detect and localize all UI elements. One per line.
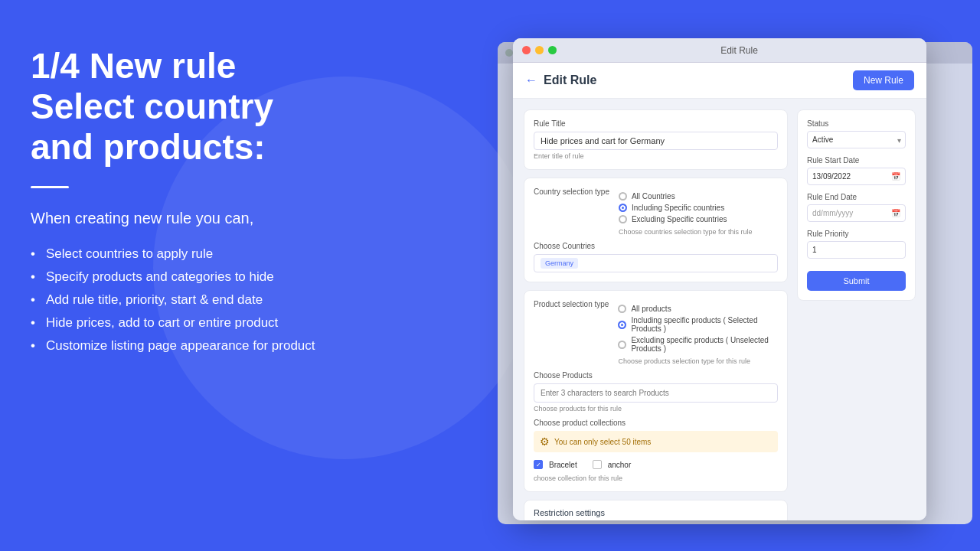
priority-label: Rule Priority bbox=[807, 230, 906, 238]
checkbox-bracelet: ✓ bbox=[534, 460, 543, 469]
rule-title-label: Rule Title bbox=[534, 119, 778, 128]
priority-input[interactable] bbox=[807, 241, 906, 259]
collections-label: Choose product collections bbox=[534, 419, 778, 427]
products-search-hint: Choose products for this rule bbox=[534, 405, 778, 412]
product-option-excluding[interactable]: Excluding specific products ( Unselected… bbox=[618, 336, 778, 353]
end-date-field: Rule End Date dd/mm/yyyy 📅 bbox=[807, 193, 906, 222]
collection-bracelet[interactable]: ✓ Bracelet bbox=[534, 457, 577, 472]
end-date-input[interactable]: dd/mm/yyyy 📅 bbox=[807, 204, 906, 222]
radio-circle-excluding-products bbox=[618, 341, 626, 349]
start-date-label: Rule Start Date bbox=[807, 156, 906, 165]
window-chrome: Edit Rule bbox=[513, 38, 926, 63]
product-section: Product selection type All products bbox=[524, 290, 788, 492]
radio-circle-including bbox=[619, 204, 627, 212]
calendar-icon-end: 📅 bbox=[891, 209, 900, 217]
status-select[interactable]: Active bbox=[807, 131, 906, 148]
choose-countries-input[interactable]: Germany bbox=[534, 254, 778, 272]
status-select-wrapper: Active bbox=[807, 131, 906, 148]
choose-countries-label: Choose Countries bbox=[534, 242, 778, 250]
page-title: Edit Rule bbox=[544, 73, 596, 87]
country-option-including[interactable]: Including Specific countries bbox=[619, 204, 778, 212]
start-date-field: Rule Start Date 13/09/2022 📅 bbox=[807, 156, 906, 185]
bullet-item: Specify products and categories to hide bbox=[31, 266, 436, 289]
country-hint: Choose countries selection type for this… bbox=[619, 228, 778, 236]
country-tag-germany: Germany bbox=[541, 258, 578, 269]
product-hint: Choose products selection type for this … bbox=[618, 357, 778, 365]
country-section: Country selection type All Countries bbox=[524, 178, 788, 282]
back-arrow[interactable]: ← bbox=[525, 73, 537, 87]
country-option-excluding[interactable]: Excluding Specific countries bbox=[619, 215, 778, 223]
rule-title-section: Rule Title Enter title of rule bbox=[524, 109, 788, 170]
collections-hint: choose collection for this rule bbox=[534, 474, 778, 482]
rule-title-hint: Enter title of rule bbox=[534, 152, 778, 160]
main-window: Edit Rule ← Edit Rule New Rule Rule Titl… bbox=[513, 38, 926, 520]
radio-circle-all bbox=[619, 192, 627, 201]
bullet-item: Hide prices, add to cart or entire produ… bbox=[31, 311, 436, 334]
country-radio-group: All Countries Including Specific countri… bbox=[619, 192, 778, 223]
product-section-label: Product selection type bbox=[534, 300, 609, 308]
window-title: Edit Rule bbox=[561, 45, 917, 56]
new-rule-button[interactable]: New Rule bbox=[853, 70, 914, 90]
product-option-all[interactable]: All products bbox=[618, 305, 778, 313]
radio-circle-including-products bbox=[618, 321, 626, 329]
content-area: Rule Title Enter title of rule Country s… bbox=[513, 99, 926, 520]
submit-button[interactable]: Submit bbox=[807, 271, 906, 291]
product-option-including[interactable]: Including specific products ( Selected P… bbox=[618, 316, 778, 333]
status-label: Status bbox=[807, 119, 906, 128]
bullet-item: Add rule title, priority, start & end da… bbox=[31, 289, 436, 311]
sidebar-form: Status Active Rule Start Date 13/ bbox=[797, 109, 916, 301]
priority-field: Rule Priority bbox=[807, 230, 906, 259]
collection-anchor[interactable]: anchor bbox=[593, 457, 632, 472]
bullet-list: Select countries to apply rule Specify p… bbox=[31, 243, 436, 357]
calendar-icon-start: 📅 bbox=[891, 172, 900, 181]
dot-1 bbox=[505, 49, 513, 57]
start-date-input[interactable]: 13/09/2022 📅 bbox=[807, 168, 906, 185]
end-date-label: Rule End Date bbox=[807, 193, 906, 201]
radio-circle-excluding bbox=[619, 215, 627, 223]
minimize-dot bbox=[535, 46, 544, 54]
rule-title-input[interactable] bbox=[534, 132, 778, 150]
close-dot bbox=[522, 46, 531, 54]
country-option-all[interactable]: All Countries bbox=[619, 192, 778, 201]
sidebar-column: Status Active Rule Start Date 13/ bbox=[797, 109, 916, 520]
right-panel: Edit Rule Edit Rule ← Edit Rule New Rule bbox=[475, 0, 980, 551]
info-icon: ⚙ bbox=[540, 435, 550, 448]
checkboxes-row: ✓ Bracelet anchor bbox=[534, 457, 778, 472]
left-panel: 1/4 New ruleSelect countryand products: … bbox=[0, 0, 475, 551]
collection-info: ⚙ You can only select 50 items bbox=[534, 431, 778, 452]
app-header-left: ← Edit Rule bbox=[525, 73, 596, 87]
checkbox-anchor bbox=[593, 460, 602, 469]
app-header: ← Edit Rule New Rule bbox=[513, 63, 926, 99]
choose-products-label: Choose Products bbox=[534, 371, 778, 380]
products-search-input[interactable] bbox=[534, 383, 778, 403]
status-field: Status Active bbox=[807, 119, 906, 148]
restriction-settings[interactable]: Restriction settings bbox=[524, 500, 788, 520]
main-column: Rule Title Enter title of rule Country s… bbox=[524, 109, 788, 520]
country-section-label: Country selection type bbox=[534, 187, 609, 196]
divider bbox=[31, 186, 69, 188]
maximize-dot bbox=[548, 46, 557, 54]
bullet-item: Select countries to apply rule bbox=[31, 243, 436, 266]
bullet-item: Customize listing page appearance for pr… bbox=[31, 334, 436, 357]
radio-circle-all-products bbox=[618, 305, 626, 313]
product-radio-group: All products Including specific products… bbox=[618, 305, 778, 353]
headline: 1/4 New ruleSelect countryand products: bbox=[31, 46, 436, 168]
window-body[interactable]: ← Edit Rule New Rule Rule Title Enter ti… bbox=[513, 63, 926, 520]
subheading: When creating new rule you can, bbox=[31, 210, 436, 227]
